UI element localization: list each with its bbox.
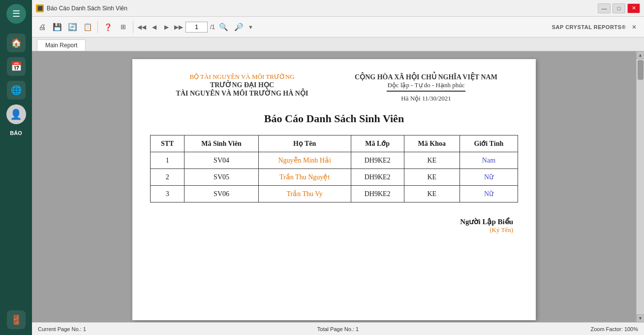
td-msv-1: SV05 — [184, 169, 258, 186]
report-title: Báo Cáo Danh Sách Sinh Viên — [150, 112, 518, 125]
td-makhoa-2: KE — [404, 186, 460, 202]
status-bar: Current Page No.: 1 Total Page No.: 1 Zo… — [32, 322, 644, 335]
th-gioitinh: Giới Tính — [460, 135, 518, 152]
td-hoten-0: Nguyễn Minh Hải — [258, 152, 351, 169]
td-stt-1: 2 — [151, 169, 184, 186]
td-stt-0: 1 — [151, 152, 184, 169]
logout-icon: 🚪 — [11, 314, 22, 325]
td-msv-0: SV04 — [184, 152, 258, 169]
user-icon: 👤 — [10, 108, 22, 120]
print-icon: 🖨 — [38, 23, 46, 31]
status-current-page: Current Page No.: 1 — [38, 326, 238, 332]
header-right: CỘNG HÒA XÃ HỘI CHỦ NGHĨA VIỆT NAM Độc l… — [334, 73, 518, 102]
window-title: Báo Cáo Danh Sách Sinh Viên — [47, 5, 595, 12]
header-underline — [387, 91, 465, 92]
footer-sign: (Ký Tên) — [150, 226, 513, 234]
toolbar-sep2 — [133, 21, 133, 33]
group-icon: ⊞ — [121, 23, 126, 31]
home-icon: 🏠 — [11, 37, 22, 48]
scroll-thumb[interactable] — [638, 60, 644, 80]
window-controls: — □ ✕ — [598, 3, 640, 13]
next-page-btn[interactable]: ▶ — [161, 22, 172, 33]
sidebar-menu-button[interactable]: ☰ — [6, 4, 26, 24]
td-gioitinh-1: Nữ — [460, 169, 518, 186]
title-bar: ⬛ Báo Cáo Danh Sách Sinh Viên — □ ✕ — [32, 0, 644, 17]
footer-label: Người Lập Biểu — [150, 217, 513, 226]
report-area: BỘ TÀI NGUYÊN VÀ MÔI TRƯỜNG TRƯỜNG ĐẠI H… — [32, 51, 644, 322]
report-page: BỘ TÀI NGUYÊN VÀ MÔI TRƯỜNG TRƯỜNG ĐẠI H… — [132, 59, 536, 320]
scroll-up-btn[interactable]: ▲ — [637, 51, 644, 59]
tab-bar: Main Report — [32, 37, 644, 51]
report-table: STT Mã Sinh Viên Họ Tên Mã Lớp Mã Khoa G… — [150, 135, 518, 202]
app-window: ⬛ Báo Cáo Danh Sách Sinh Viên — □ ✕ 🖨 💾 … — [32, 0, 644, 335]
group-btn[interactable]: ⊞ — [116, 20, 130, 34]
th-stt: STT — [151, 135, 184, 152]
last-page-btn[interactable]: ▶▶ — [173, 22, 184, 33]
sidebar-item-home[interactable]: 🏠 — [7, 34, 26, 52]
status-zoom: Zoom Factor: 100% — [438, 326, 638, 332]
app-icon: ⬛ — [36, 4, 44, 12]
th-msv: Mã Sinh Viên — [184, 135, 258, 152]
td-hoten-2: Trần Thu Vy — [258, 186, 351, 202]
republic-text: CỘNG HÒA XÃ HỘI CHỦ NGHĨA VIỆT NAM — [334, 73, 518, 81]
crystal-icon: ⬛ — [37, 6, 43, 11]
page-total: /1 — [210, 24, 215, 31]
globe-icon: 🌐 — [11, 85, 22, 96]
tab-main-report-label: Main Report — [45, 42, 77, 49]
zoom-arrow: ▼ — [248, 24, 253, 30]
zoom-icon: 🔎 — [234, 23, 244, 32]
scrollbar-right[interactable]: ▲ ▼ — [636, 51, 644, 322]
sidebar: ☰ 🏠 📅 🌐 👤 BÁO 🚪 — [0, 0, 32, 335]
report-header: BỘ TÀI NGUYÊN VÀ MÔI TRƯỜNG TRƯỜNG ĐẠI H… — [150, 73, 518, 102]
table-row: 1SV04Nguyễn Minh HảiDH9KE2KENam — [151, 152, 518, 169]
tab-main-report[interactable]: Main Report — [37, 39, 86, 51]
td-malop-2: DH9KE2 — [351, 186, 404, 202]
ministry-text: BỘ TÀI NGUYÊN VÀ MÔI TRƯỜNG — [150, 73, 334, 81]
toolbar-sep1 — [97, 21, 98, 33]
close-button[interactable]: ✕ — [627, 3, 640, 13]
table-row: 3SV06Trần Thu VyDH9KE2KENữ — [151, 186, 518, 202]
sidebar-avatar[interactable]: 👤 — [6, 104, 26, 124]
first-page-btn[interactable]: ◀◀ — [136, 22, 147, 33]
report-scroll[interactable]: BỘ TÀI NGUYÊN VÀ MÔI TRƯỜNG TRƯỜNG ĐẠI H… — [32, 51, 636, 322]
save-btn[interactable]: 💾 — [50, 20, 64, 34]
help-icon: ❓ — [104, 23, 112, 31]
sidebar-item-logout[interactable]: 🚪 — [7, 310, 26, 329]
td-malop-1: DH9KE2 — [351, 169, 404, 186]
prev-page-btn[interactable]: ◀ — [149, 22, 159, 33]
minimize-button[interactable]: — — [598, 3, 611, 13]
refresh-icon: 🔄 — [68, 23, 77, 32]
school-full-text: TÀI NGUYÊN VÀ MÔI TRƯỜNG HÀ NỘI — [150, 89, 334, 98]
copy-btn[interactable]: 📋 — [81, 20, 94, 34]
td-gioitinh-2: Nữ — [460, 186, 518, 202]
report-footer: Người Lập Biểu (Ký Tên) — [150, 217, 518, 234]
sidebar-item-calendar[interactable]: 📅 — [7, 57, 26, 76]
print-btn[interactable]: 🖨 — [35, 20, 49, 34]
help-btn[interactable]: ❓ — [101, 20, 115, 34]
calendar-icon: 📅 — [11, 61, 22, 72]
sidebar-item-globe[interactable]: 🌐 — [7, 81, 26, 100]
refresh-btn[interactable]: 🔄 — [65, 20, 79, 34]
scroll-down-btn[interactable]: ▼ — [637, 314, 644, 322]
page-number-input[interactable] — [185, 22, 208, 33]
th-makhoa: Mã Khoa — [404, 135, 460, 152]
td-hoten-1: Trần Thu Nguyệt — [258, 169, 351, 186]
table-row: 2SV05Trần Thu NguyệtDH9KE2KENữ — [151, 169, 518, 186]
copy-icon: 📋 — [83, 23, 92, 32]
status-total-page: Total Page No.: 1 — [238, 326, 438, 332]
maximize-button[interactable]: □ — [613, 3, 625, 13]
td-malop-0: DH9KE2 — [351, 152, 404, 169]
td-makhoa-1: KE — [404, 169, 460, 186]
date-text: Hà Nội 11/30/2021 — [334, 95, 518, 102]
crystal-close-btn[interactable]: ✕ — [627, 20, 641, 34]
toolbar: 🖨 💾 🔄 📋 ❓ ⊞ ◀◀ ◀ ▶ ▶▶ /1 🔍 🔎 ▼ — [32, 17, 644, 37]
header-left: BỘ TÀI NGUYÊN VÀ MÔI TRƯỜNG TRƯỜNG ĐẠI H… — [150, 73, 334, 102]
search-icon: 🔍 — [219, 23, 228, 32]
td-msv-2: SV06 — [184, 186, 258, 202]
search-btn[interactable]: 🔍 — [216, 20, 230, 34]
school-text: TRƯỜNG ĐẠI HỌC — [150, 81, 334, 89]
save-icon: 💾 — [53, 23, 62, 32]
zoom-btn[interactable]: 🔎 — [232, 20, 245, 34]
menu-icon: ☰ — [12, 8, 20, 19]
table-header-row: STT Mã Sinh Viên Họ Tên Mã Lớp Mã Khoa G… — [151, 135, 518, 152]
